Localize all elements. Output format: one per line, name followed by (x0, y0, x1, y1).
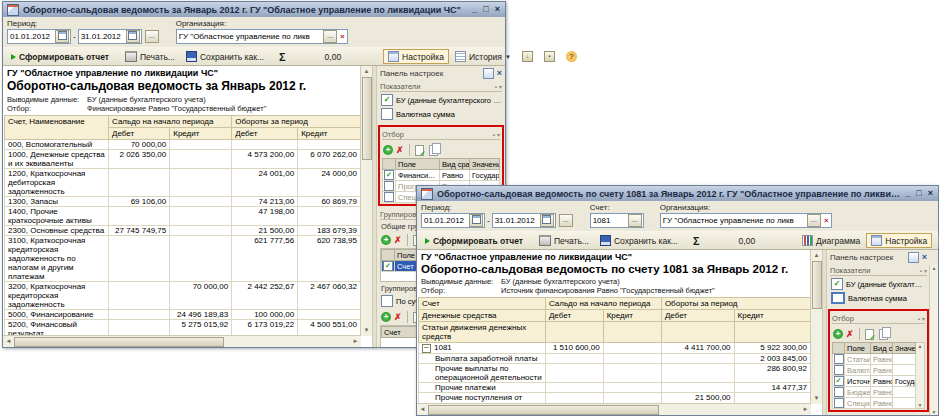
period-options-button[interactable]: ... (145, 30, 159, 43)
scroll-down-icon[interactable]: ▼ (814, 393, 820, 404)
indicator-currency[interactable]: Валютная сумма (831, 292, 926, 304)
settings-button[interactable]: Настройка (383, 49, 449, 64)
help-button[interactable]: ? (561, 49, 582, 64)
report-row[interactable]: 3200, Краткосрочная кредиторская задолже… (5, 282, 361, 310)
report-row[interactable]: Выплата заработной платы2 003 845,00 (419, 354, 811, 364)
org-select-button[interactable]: ... (807, 214, 821, 227)
section-collapse-icon[interactable]: ▾ (924, 267, 927, 274)
indicator-bu[interactable]: ✓БУ (данные бухгалтерского учета) (381, 94, 501, 106)
calendar-icon[interactable] (469, 214, 483, 227)
report-row[interactable]: 1200, Краткосрочная дебиторская задолжен… (5, 169, 361, 197)
row-checkbox[interactable]: ✓ (383, 170, 396, 181)
save-as-button[interactable]: Сохранить как... (181, 49, 269, 64)
filter-row[interactable]: ✓Источни...РавноГосударстве... (833, 376, 916, 387)
indicator-bu[interactable]: ✓БУ (данные бухгалтерского учета) (831, 278, 926, 290)
row-checkbox[interactable] (383, 181, 396, 192)
filter-row[interactable]: ВалютаРавно (833, 365, 916, 376)
window2-titlebar[interactable]: Оборотно-сальдовая ведомость по счету 10… (417, 186, 938, 201)
attach-button[interactable]: ↓ (517, 49, 538, 64)
scroll-thumb[interactable] (362, 77, 372, 160)
scroll-up-icon[interactable]: ▲ (364, 66, 370, 77)
scroll-up-icon[interactable]: ▲ (932, 265, 937, 271)
row-checkbox[interactable] (383, 192, 396, 203)
period-to-input[interactable]: 31.01.2012 (492, 213, 556, 228)
scroll-up-icon[interactable]: ▲ (918, 343, 923, 349)
scroll-thumb[interactable] (812, 261, 822, 309)
report-row[interactable]: 5200, Финансовый результат5 275 015,926 … (5, 320, 361, 337)
period-from-input[interactable]: 01.01.2012 (7, 29, 71, 44)
org-select-button[interactable]: ... (323, 30, 337, 43)
settings-button[interactable]: Настройка (866, 233, 932, 248)
report-row[interactable]: 1000, Денежные средства и их эквиваленты… (5, 150, 361, 169)
scroll-down-icon[interactable]: ▼ (364, 325, 370, 336)
close-button[interactable]: × (494, 4, 501, 15)
scroll-down-icon[interactable]: ▼ (918, 402, 923, 408)
clear-icon[interactable]: × (338, 32, 347, 41)
checkbox-unchecked[interactable] (381, 295, 393, 307)
history-button[interactable]: История ▼ (450, 49, 516, 64)
maximize-button[interactable]: □ (482, 4, 489, 15)
delete-icon[interactable]: ✗ (846, 330, 854, 339)
report-row[interactable]: 000, Вспомогательный70 000,00 (5, 140, 361, 150)
v-scrollbar[interactable]: ▲ ▼ (360, 66, 372, 336)
add-icon[interactable]: + (381, 312, 391, 322)
row-checkbox[interactable] (833, 365, 845, 376)
calendar-icon[interactable] (126, 30, 140, 43)
panel-menu-icon[interactable] (483, 68, 494, 79)
row-checkbox[interactable]: ✓ (833, 376, 845, 387)
calendar-icon[interactable] (540, 214, 554, 227)
filter-row[interactable]: Статьи...Равно (833, 354, 916, 365)
save-as-button[interactable]: Сохранить как... (595, 233, 683, 248)
filter-v-scrollbar[interactable]: ▲ ▼ (916, 342, 925, 409)
h-scrollbar[interactable]: ◄ ► (417, 403, 811, 415)
report-row[interactable]: 3100, Краткосрочная кредиторская задолже… (5, 236, 361, 282)
checkbox-checked[interactable]: ✓ (381, 94, 393, 106)
copy-icon[interactable] (879, 329, 888, 340)
generate-report-button[interactable]: Сформировать отчет (420, 234, 528, 248)
filter-row[interactable]: ✓Финанси...РавноГосударствен... (383, 170, 500, 181)
report-row[interactable]: 5000, Финансирование24 496 189,83100 000… (5, 310, 361, 320)
period-options-button[interactable]: ... (559, 214, 573, 227)
minimize-button[interactable]: _ (904, 188, 911, 199)
add-icon[interactable]: + (381, 235, 391, 245)
section-collapse-icon[interactable]: ▾ (499, 83, 502, 90)
section-menu-icon[interactable]: ▪ (495, 84, 497, 90)
row-checkbox[interactable] (833, 398, 845, 409)
add-icon[interactable]: + (383, 145, 393, 155)
scroll-left-icon[interactable]: ◄ (417, 404, 428, 415)
row-checkbox[interactable]: ✓ (382, 261, 395, 272)
panel-close-icon[interactable]: × (497, 68, 502, 78)
scroll-thumb[interactable] (428, 405, 659, 415)
checkbox-unchecked[interactable] (381, 108, 393, 120)
report-row[interactable]: Прочие выплаты по операционной деятельно… (419, 364, 811, 383)
panel-v-scrollbar[interactable]: ▲ ▼ (929, 265, 938, 415)
scroll-down-icon[interactable]: ▼ (932, 409, 937, 415)
section-menu-icon[interactable]: ▪ (920, 268, 922, 274)
sum-button[interactable]: Σ (689, 235, 704, 247)
scroll-up-icon[interactable]: ▲ (814, 250, 820, 261)
report-row[interactable]: −10811 510 600,004 411 700,005 922 300,0… (419, 343, 811, 354)
section-collapse-icon[interactable]: ▾ (497, 131, 500, 138)
organization-input[interactable]: ГУ "Областное управление по ликв ... × (176, 29, 348, 44)
panel-close-icon[interactable]: × (922, 252, 927, 262)
indicator-currency[interactable]: Валютная сумма (381, 108, 501, 120)
section-collapse-icon[interactable]: ▾ (922, 315, 925, 322)
checkbox-checked[interactable]: ✓ (831, 278, 843, 290)
history-button[interactable]: История ▼ (933, 233, 939, 248)
row-checkbox[interactable] (833, 354, 845, 365)
copy-icon[interactable] (429, 145, 438, 156)
close-button[interactable]: × (927, 188, 934, 199)
panel-menu-icon[interactable] (908, 252, 919, 263)
section-menu-icon[interactable]: ▪ (493, 132, 495, 138)
h-scrollbar[interactable]: ◄ ► (3, 335, 361, 347)
filter-row[interactable]: Бюджет...Равно (833, 387, 916, 398)
period-from-input[interactable]: 01.01.2012 (421, 213, 485, 228)
account-input[interactable]: 1081 ... (590, 213, 644, 228)
add-icon[interactable]: + (833, 329, 843, 339)
scroll-right-icon[interactable]: ► (800, 404, 811, 415)
report-row[interactable]: 2300, Основные средства27 745 749,7521 5… (5, 226, 361, 236)
row-checkbox[interactable] (833, 387, 845, 398)
period-to-input[interactable]: 31.01.2012 (78, 29, 142, 44)
print-button[interactable]: Печать... (120, 49, 180, 64)
select-all-icon[interactable] (415, 145, 424, 156)
